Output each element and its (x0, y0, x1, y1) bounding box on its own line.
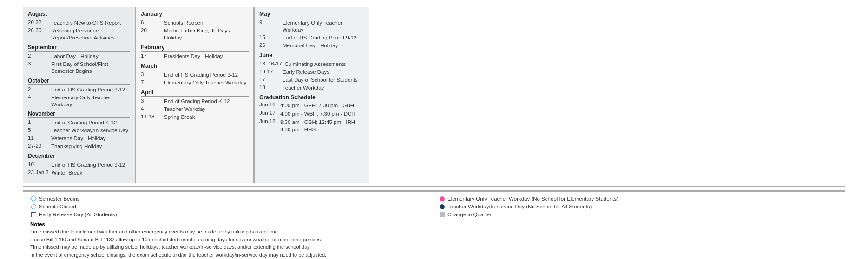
legend-grid: Semester BeginsElementary Only Teacher W… (30, 195, 838, 218)
left-months: August20-22Teachers New to CPS Report26-… (28, 11, 130, 176)
event-date: 18 (259, 84, 283, 90)
event-desc: End of Grading Period K-12 (51, 119, 117, 126)
legend-icon-square-gray (439, 211, 445, 218)
month-title: February (141, 44, 249, 52)
graduation-desc: 4:00 pm - GFH; 7:30 pm - GBH (280, 102, 354, 109)
month-title: June (259, 52, 365, 59)
legend-icon-diamond (30, 195, 37, 202)
legend-icon-square-outline (30, 211, 37, 218)
event-desc: Labor Day - Holiday (51, 53, 99, 60)
event-desc: Last Day of School for Students (283, 77, 358, 84)
graduation-date: Jun 18 (259, 118, 280, 133)
event-row: 5Teacher Workday/In-service Day (28, 127, 130, 134)
event-row: 20Martin Luther King, Jr. Day - Holiday (141, 27, 249, 41)
event-desc: Thanksgiving Holiday (51, 143, 102, 150)
month-title: March (141, 63, 249, 70)
event-desc: Martin Luther King, Jr. Day - Holiday (164, 27, 249, 41)
month-section: November1End of Grading Period K-125Teac… (28, 110, 130, 150)
graduation-row: Jun 164:00 pm - GFH; 7:30 pm - GBH (259, 102, 365, 109)
legend-label: Early Release Day (All Students) (39, 212, 117, 217)
notes-title: Notes: (30, 221, 838, 227)
event-date: 1 (28, 119, 51, 125)
event-desc: End of HS Grading Period 9-12 (51, 86, 125, 93)
event-row: 18Teacher Workday (259, 84, 365, 91)
event-date: 15 (259, 34, 283, 40)
event-row: 9Elementary Only Teacher Workday (259, 19, 365, 33)
bottom-row: Semester BeginsElementary Only Teacher W… (23, 186, 845, 259)
event-date: 16-17 (259, 69, 283, 74)
event-row: 15End of HS Grading Period 9-12 (259, 34, 365, 41)
event-date: 20 (141, 27, 164, 33)
event-date: 26 (259, 42, 283, 48)
month-section: April3End of Grading Period K-124Teacher… (141, 89, 249, 121)
graduation-date: Jun 17 (259, 110, 280, 117)
month-section: December10End of HS Grading Period 9-122… (28, 153, 130, 176)
right-panel: May9Elementary Only Teacher Workday15End… (253, 7, 369, 183)
event-row: 6Schools Reopen (141, 19, 249, 26)
mid-panel: January6Schools Reopen20Martin Luther Ki… (135, 7, 253, 183)
event-date: 11 (28, 135, 51, 141)
month-title: January (141, 11, 249, 18)
month-title: September (28, 44, 130, 52)
month-title: October (28, 78, 130, 85)
legend-icon-circle-outline (30, 203, 37, 210)
event-date: 20-22 (28, 19, 51, 25)
event-desc: Elementary Only Teacher Workday (51, 94, 130, 108)
event-date: 9 (259, 19, 283, 25)
graduation-desc: 9:30 am - OSH; 12:45 pm - IRH 4:30 pm - … (280, 118, 355, 133)
event-desc: End of HS Grading Period 9-12 (164, 71, 238, 78)
event-date: 13, 16-17 (259, 61, 285, 66)
event-desc: End of HS Grading Period 9-12 (51, 162, 125, 168)
event-desc: Teachers New to CPS Report (51, 19, 121, 26)
event-desc: Culminating Assessments (285, 61, 346, 68)
event-date: 27-29 (28, 143, 51, 149)
legend-item: Elementary Only Teacher Workday (No Scho… (439, 195, 838, 202)
event-row: 27-29Thanksgiving Holiday (28, 143, 130, 150)
event-row: 4Teacher Workday (141, 106, 249, 113)
legend-label: Teacher Workday/In-service Day (No Schoo… (447, 204, 592, 209)
event-desc: Elementary Only Teacher Workday (283, 19, 365, 33)
left-panel: August20-22Teachers New to CPS Report26-… (23, 7, 135, 183)
month-title: May (259, 11, 365, 18)
notes-section: Notes: Time missed due to inclement weat… (30, 221, 838, 259)
event-desc: Elementary Only Teacher Workday (164, 79, 246, 86)
legend-icon-circle-pink (439, 195, 445, 202)
event-date: 4 (141, 106, 164, 111)
event-date: 17 (259, 77, 283, 82)
event-desc: Spring Break (164, 114, 195, 121)
event-row: 10End of HS Grading Period 9-12 (28, 162, 130, 168)
event-desc: Early Release Days (283, 69, 329, 76)
event-desc: Schools Reopen (164, 19, 203, 26)
event-date: 26-30 (28, 27, 51, 33)
right-months: May9Elementary Only Teacher Workday15End… (259, 11, 365, 91)
event-row: 4Elementary Only Teacher Workday (28, 94, 130, 108)
month-section: February17Presidents Day - Holiday (141, 44, 249, 60)
mid-months: January6Schools Reopen20Martin Luther Ki… (141, 11, 249, 120)
graduation-section: Graduation ScheduleJun 164:00 pm - GFH; … (259, 94, 365, 133)
event-desc: Veterans Day - Holiday (51, 135, 106, 142)
legend-item: Change in Quarter (439, 211, 838, 218)
event-date: 3 (28, 61, 51, 66)
event-row: 1End of Grading Period K-12 (28, 119, 130, 126)
event-row: 17Last Day of School for Students (259, 77, 365, 84)
event-desc: Presidents Day - Holiday (164, 53, 223, 60)
legend-item: Teacher Workday/In-service Day (No Schoo… (439, 203, 838, 210)
event-row: 3End of HS Grading Period 9-12 (141, 71, 249, 78)
month-section: March3End of HS Grading Period 9-127Elem… (141, 63, 249, 86)
legend-label: Change in Quarter (447, 212, 492, 217)
event-date: 10 (28, 162, 51, 167)
legend-label: Semester Begins (39, 196, 80, 201)
event-row: 3End of Grading Period K-12 (141, 98, 249, 105)
event-desc: Teacher Workday (164, 106, 205, 113)
event-date: 17 (141, 53, 164, 58)
event-date: 14-18 (141, 114, 164, 119)
month-title: November (28, 110, 130, 118)
graduation-title: Graduation Schedule (259, 94, 365, 101)
event-row: 3First Day of School/First Semester Begi… (28, 61, 130, 75)
month-section: September2Labor Day - Holiday3First Day … (28, 44, 130, 75)
legend-item: Semester Begins (30, 195, 429, 202)
top-row: August20-22Teachers New to CPS Report26-… (23, 7, 845, 183)
month-section: January6Schools Reopen20Martin Luther Ki… (141, 11, 249, 41)
graduation-row: Jun 189:30 am - OSH; 12:45 pm - IRH 4:30… (259, 118, 365, 133)
main-container: August20-22Teachers New to CPS Report26-… (0, 5, 868, 259)
